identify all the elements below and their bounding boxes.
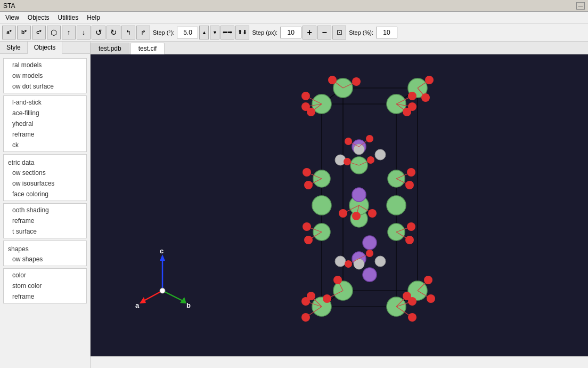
svg-point-40 bbox=[408, 297, 416, 306]
sidebar-content: ral models ow models ow dot surface l-an… bbox=[0, 54, 90, 368]
svg-point-70 bbox=[352, 77, 361, 86]
polyhedra-button[interactable]: ⬡ bbox=[47, 26, 61, 39]
sidebar-tabs: Style Objects bbox=[0, 42, 90, 54]
translate-horizontal-button[interactable]: ⬅➡ bbox=[220, 26, 234, 39]
axis-b-star-button[interactable]: b* bbox=[17, 26, 31, 39]
sidebar-item-ow-isosurfaces[interactable]: ow isosurfaces bbox=[4, 178, 86, 189]
zoom-out-button[interactable]: − bbox=[317, 26, 331, 39]
sidebar-item-ow-dot-surface[interactable]: ow dot surface bbox=[4, 81, 86, 92]
sidebar-header-shapes: shapes bbox=[4, 242, 86, 254]
sidebar-item-space-fill[interactable]: ace-filling bbox=[4, 108, 86, 118]
svg-point-52 bbox=[339, 209, 347, 218]
step-px-label: Step (px): bbox=[250, 29, 279, 36]
svg-point-58 bbox=[301, 92, 310, 100]
step-angle-input[interactable] bbox=[177, 27, 198, 38]
rotate-cw-button[interactable]: ↻ bbox=[107, 26, 120, 39]
tab-test-cif[interactable]: test.cif bbox=[130, 43, 165, 54]
main-area: Style Objects ral models ow models ow do… bbox=[0, 42, 588, 368]
titlebar-title: STA bbox=[3, 2, 15, 10]
menu-utilities[interactable]: Utilities bbox=[53, 13, 83, 22]
svg-point-82 bbox=[405, 181, 414, 189]
rotate-down-button[interactable]: ↓ bbox=[77, 26, 91, 39]
step-angle-down-button[interactable]: ▼ bbox=[210, 26, 219, 39]
sidebar-item-smooth-shading[interactable]: ooth shading bbox=[4, 205, 86, 215]
sidebar-item-ral-models[interactable]: ral models bbox=[4, 60, 86, 70]
svg-point-44 bbox=[333, 276, 342, 284]
svg-point-98 bbox=[335, 256, 346, 267]
sidebar-item-wireframe2[interactable]: reframe bbox=[4, 215, 86, 226]
sidebar-item-wireframe3[interactable]: reframe bbox=[4, 291, 86, 302]
menu-help[interactable]: Help bbox=[83, 13, 104, 22]
titlebar-controls: — bbox=[576, 2, 585, 10]
menu-view[interactable]: View bbox=[1, 13, 23, 22]
tab-objects[interactable]: Objects bbox=[28, 42, 63, 54]
sidebar-item-ball-stick[interactable]: l-and-stick bbox=[4, 97, 86, 108]
rotate-ccw-button[interactable]: ↺ bbox=[92, 26, 105, 39]
svg-point-95 bbox=[363, 268, 377, 282]
step-angle-up-button[interactable]: ▲ bbox=[199, 26, 209, 39]
rotate-up-button[interactable]: ↑ bbox=[62, 26, 76, 39]
step-angle-label: Step (°): bbox=[151, 29, 176, 36]
svg-point-60 bbox=[301, 102, 310, 111]
step-pct-label: Step (%): bbox=[347, 29, 375, 36]
sidebar: Style Objects ral models ow models ow do… bbox=[0, 42, 91, 368]
statusbar bbox=[91, 356, 588, 368]
tab-style[interactable]: Style bbox=[0, 42, 28, 53]
sidebar-item-ow-models[interactable]: ow models bbox=[4, 70, 86, 81]
sidebar-item-ow-shapes[interactable]: ow shapes bbox=[4, 254, 86, 265]
menubar: View Objects Utilities Help bbox=[0, 12, 588, 23]
sidebar-item-color[interactable]: color bbox=[4, 270, 86, 281]
sidebar-header-metric: etric data bbox=[4, 156, 86, 167]
content-area: test.pdb test.cif bbox=[91, 42, 588, 368]
axis-c-star-button[interactable]: c* bbox=[32, 26, 46, 39]
svg-point-99 bbox=[354, 144, 364, 155]
translate-vertical-button[interactable]: ⬆⬇ bbox=[235, 26, 249, 39]
sidebar-item-t-surface[interactable]: t surface bbox=[4, 226, 86, 237]
svg-point-64 bbox=[408, 92, 416, 100]
svg-point-77 bbox=[303, 168, 311, 177]
svg-point-85 bbox=[303, 222, 311, 231]
step-px-input[interactable] bbox=[280, 27, 301, 38]
3d-viewer[interactable]: c a b bbox=[91, 54, 588, 356]
svg-point-113 bbox=[367, 156, 374, 164]
minimize-button[interactable]: — bbox=[576, 2, 585, 10]
svg-point-109 bbox=[366, 135, 373, 142]
svg-point-78 bbox=[304, 181, 313, 189]
crystal-structure bbox=[279, 72, 450, 339]
svg-point-89 bbox=[407, 222, 415, 231]
svg-point-112 bbox=[344, 158, 351, 165]
menu-objects[interactable]: Objects bbox=[23, 13, 54, 22]
sidebar-section-metric: etric data ow sections ow isosurfaces fa… bbox=[3, 154, 87, 201]
sidebar-section-shading: ooth shading reframe t surface bbox=[3, 203, 87, 238]
sidebar-item-custom-color[interactable]: stom color bbox=[4, 281, 86, 291]
tilt-left-button[interactable]: ↰ bbox=[121, 26, 135, 39]
content-tabs: test.pdb test.cif bbox=[91, 42, 588, 54]
tilt-right-button[interactable]: ↱ bbox=[136, 26, 150, 39]
step-pct-input[interactable] bbox=[376, 27, 397, 38]
sidebar-section-shapes: shapes ow shapes bbox=[3, 241, 87, 266]
svg-point-81 bbox=[407, 168, 415, 177]
axes-indicator: c a b bbox=[133, 248, 197, 314]
sidebar-item-wireframe[interactable]: reframe bbox=[4, 129, 86, 140]
tab-test-pdb[interactable]: test.pdb bbox=[91, 43, 129, 54]
svg-text:c: c bbox=[160, 248, 164, 255]
svg-point-108 bbox=[345, 138, 352, 145]
zoom-in-button[interactable]: + bbox=[303, 26, 316, 39]
svg-point-100 bbox=[375, 149, 386, 160]
svg-point-48 bbox=[424, 276, 432, 284]
svg-point-66 bbox=[408, 102, 416, 111]
svg-point-97 bbox=[375, 256, 386, 267]
svg-text:a: a bbox=[135, 301, 140, 309]
sidebar-item-polyhedral[interactable]: yhedral bbox=[4, 118, 86, 129]
sidebar-item-face-coloring[interactable]: face coloring bbox=[4, 189, 86, 199]
axis-a-star-button[interactable]: a* bbox=[2, 26, 16, 39]
sidebar-item-stick[interactable]: ck bbox=[4, 140, 86, 150]
zoom-fit-button[interactable]: ⊡ bbox=[332, 26, 346, 39]
sidebar-item-ow-sections[interactable]: ow sections bbox=[4, 167, 86, 178]
toolbar: a* b* c* ⬡ ↑ ↓ ↺ ↻ ↰ ↱ Step (°): ▲ ▼ ⬅➡ … bbox=[0, 23, 588, 42]
svg-point-21 bbox=[387, 196, 406, 215]
svg-point-53 bbox=[368, 209, 377, 218]
svg-point-20 bbox=[312, 196, 331, 215]
svg-text:b: b bbox=[186, 301, 191, 309]
sidebar-section-models: ral models ow models ow dot surface bbox=[3, 58, 87, 93]
